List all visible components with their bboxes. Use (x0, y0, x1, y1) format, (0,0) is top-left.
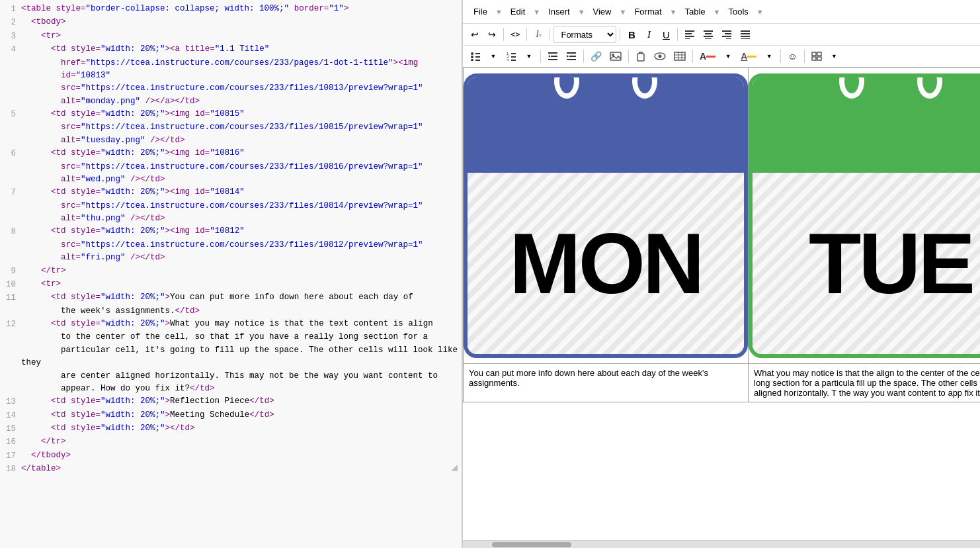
code-line-8b: src="https://tcea.instructure.com/course… (0, 239, 462, 251)
code-line-14: 14 <td style="width: 20%;">Meeting Sched… (0, 409, 462, 422)
bg-color-arrow[interactable]: ▼ (761, 48, 777, 65)
toolbar-separator (540, 50, 541, 63)
code-line-5c: alt="tuesday.png" /></td> (0, 134, 462, 147)
preview-button[interactable] (651, 48, 669, 65)
link-button[interactable]: 🔗 (587, 48, 605, 65)
code-line-11b: the week's assignments.</td> (0, 305, 462, 318)
row2-col1-text: You can put more info down here about ea… (469, 368, 708, 388)
scrollbar-thumb[interactable] (492, 542, 571, 547)
code-line-4a: 4 <td style="width: 20%;"><a title="1.1 … (0, 43, 462, 56)
menu-table[interactable]: Table (679, 4, 710, 19)
code-line-17: 17 </tbody> (0, 449, 462, 463)
bold-button[interactable]: B (624, 26, 639, 43)
code-line-4c: id="10813" (0, 69, 462, 82)
paste-button[interactable] (632, 48, 649, 65)
svg-marker-31 (548, 55, 550, 58)
align-center-button[interactable] (700, 26, 717, 43)
code-line-12e: appear. How do you fix it?</td> (0, 383, 462, 395)
toolbar-row-1: ↩ ↪ <> Ix Formats Heading 1 Heading 2 Pa… (463, 24, 980, 46)
svg-point-40 (659, 55, 662, 58)
toolbar-row-2: ▼ 1.2.3. ▼ 🔗 A ▼ (463, 46, 980, 68)
font-color-arrow[interactable]: ▼ (720, 48, 736, 65)
align-justify-button[interactable] (737, 26, 754, 43)
align-left-button[interactable] (681, 26, 698, 43)
toolbar-separator (620, 28, 620, 41)
code-line-9: 9 </tr> (0, 265, 462, 278)
code-line-12c: particular cell, it's going to fill up t… (0, 344, 462, 370)
svg-rect-36 (610, 52, 621, 60)
toolbar-separator (692, 50, 693, 63)
editor-panel: File ▼ Edit ▼ Insert ▼ View ▼ Format ▼ T… (463, 0, 980, 548)
outdent-button[interactable] (544, 48, 561, 65)
menu-insert[interactable]: Insert (543, 4, 575, 19)
code-line-1: 1 <table style="border-collapse: collaps… (0, 3, 462, 16)
horizontal-scrollbar[interactable] (463, 540, 980, 548)
svg-point-16 (471, 52, 473, 55)
code-line-7b: src="https://tcea.instructure.com/course… (0, 200, 462, 212)
list-ol-arrow[interactable]: ▼ (521, 48, 537, 65)
menu-view[interactable]: View (588, 4, 617, 19)
code-line-8a: 8 <td style="width: 20%;"><img id="10812… (0, 225, 462, 238)
table-row-1: MON (464, 68, 981, 364)
row2-col2-text: What you may notice is that the align to… (754, 368, 980, 398)
code-line-4d: src="https://tcea.instructure.com/course… (0, 82, 462, 95)
svg-text:3.: 3. (507, 58, 510, 61)
menu-format[interactable]: Format (629, 4, 667, 19)
tue-cell: TUE (749, 68, 981, 364)
code-line-3: 3 <tr> (0, 30, 462, 43)
svg-rect-48 (812, 57, 816, 60)
formats-dropdown[interactable]: Formats Heading 1 Heading 2 Paragraph (553, 26, 616, 43)
toolbar-separator (804, 50, 805, 63)
list-ul-button[interactable] (467, 48, 484, 65)
code-line-6c: alt="wed.png" /></td> (0, 173, 462, 186)
bg-color-button[interactable]: A (737, 48, 760, 65)
code-line-16: 16 </tr> (0, 435, 462, 449)
resize-handle[interactable]: ◢ (451, 460, 458, 477)
table-row-2: You can put more info down here about ea… (464, 364, 981, 402)
undo-button[interactable]: ↩ (467, 26, 483, 43)
toolbar-separator (583, 50, 584, 63)
font-color-button[interactable]: A (696, 48, 719, 65)
grid-button[interactable] (808, 48, 825, 65)
text-cell-2: What you may notice is that the align to… (749, 364, 981, 402)
indent-button[interactable] (563, 48, 580, 65)
align-right-button[interactable] (718, 26, 735, 43)
code-line-5b: src="https://tcea.instructure.com/course… (0, 121, 462, 134)
toolbar-separator (628, 50, 629, 63)
list-ol-button[interactable]: 1.2.3. (503, 48, 520, 65)
menu-bar: File ▼ Edit ▼ Insert ▼ View ▼ Format ▼ T… (463, 0, 980, 24)
code-line-18: 18 </table> (0, 463, 462, 476)
content-area[interactable]: MON (463, 68, 980, 540)
menu-edit[interactable]: Edit (505, 4, 530, 19)
italic-cleanup-button[interactable]: Ix (530, 26, 546, 43)
text-cell-1: You can put more info down here about ea… (464, 364, 749, 402)
code-line-4b: href="https://tcea.instructure.com/cours… (0, 57, 462, 69)
redo-button[interactable]: ↪ (484, 26, 500, 43)
table-button[interactable] (671, 48, 689, 65)
code-line-4e: alt="monday.png" /></a></td> (0, 95, 462, 108)
menu-tools[interactable]: Tools (723, 4, 753, 19)
code-editor[interactable]: 1 <table style="border-collapse: collaps… (0, 0, 463, 548)
underline-button[interactable]: U (658, 26, 674, 43)
content-table: MON (463, 68, 980, 402)
code-line-12d: are center aligned horizontally. This ma… (0, 370, 462, 383)
code-line-7a: 7 <td style="width: 20%;"><img id="10814… (0, 186, 462, 199)
image-button[interactable] (606, 48, 625, 65)
emoji-button[interactable]: ☺ (784, 48, 800, 65)
toolbar-separator (780, 50, 781, 63)
code-line-6b: src="https://tcea.instructure.com/course… (0, 161, 462, 173)
code-line-6a: 6 <td style="width: 20%;"><img id="10816… (0, 147, 462, 160)
list-ul-arrow[interactable]: ▼ (485, 48, 501, 65)
mon-cell: MON (464, 68, 749, 364)
menu-file[interactable]: File (468, 4, 493, 19)
svg-rect-49 (817, 57, 821, 60)
code-line-2: 2 <tbody> (0, 16, 462, 29)
code-line-8c: alt="fri.png" /></td> (0, 251, 462, 264)
toolbar-separator (677, 28, 678, 41)
source-button[interactable]: <> (507, 26, 523, 43)
italic-button[interactable]: I (641, 26, 657, 43)
grid-arrow[interactable]: ▼ (827, 48, 842, 65)
svg-rect-47 (817, 52, 821, 56)
code-line-12a: 12 <td style="width: 20%;">What you may … (0, 318, 462, 331)
monday-label: MON (509, 214, 702, 313)
